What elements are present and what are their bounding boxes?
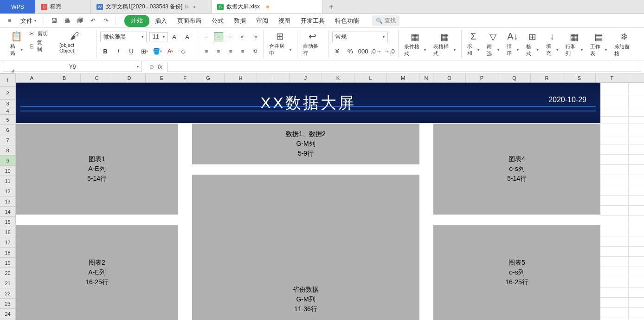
row-header-4[interactable]: 4 — [0, 107, 15, 115]
auto-wrap-button[interactable]: ↩ 自动换行 — [301, 30, 324, 58]
col-header-L[interactable]: L — [354, 73, 387, 82]
table-style-button[interactable]: ▦表格样式▾ — [431, 30, 457, 58]
tab-insert[interactable]: 插入 — [150, 15, 172, 27]
formula-input[interactable] — [167, 62, 641, 72]
col-header-A[interactable]: A — [16, 73, 48, 82]
undo-icon[interactable]: ↶ — [88, 16, 98, 26]
tab-view[interactable]: 视图 — [274, 15, 295, 27]
row-header-23[interactable]: 23 — [0, 299, 15, 309]
font-name-select[interactable]: 微软雅黑▾ — [100, 32, 147, 42]
row-header-22[interactable]: 22 — [0, 288, 15, 299]
col-header-H[interactable]: H — [225, 73, 257, 82]
cut-button[interactable]: ✂剪切 — [28, 30, 54, 37]
align-center-icon[interactable]: ≡ — [214, 46, 223, 56]
search-box[interactable]: 🔍 查找 — [372, 15, 399, 26]
col-header-F[interactable]: F — [178, 73, 192, 82]
format-painter-button[interactable]: 🖌 [object Object] — [58, 30, 92, 54]
merge-center-button[interactable]: ⊞ 合并居中▾ — [267, 30, 293, 58]
align-middle-icon[interactable]: ≡ — [214, 32, 223, 41]
fx-button[interactable]: fx — [158, 63, 162, 70]
col-header-I[interactable]: I — [257, 73, 290, 82]
align-right-icon[interactable]: ≡ — [226, 46, 235, 56]
col-header-D[interactable]: D — [113, 73, 146, 82]
col-header-K[interactable]: K — [322, 73, 354, 82]
row-header-20[interactable]: 20 — [0, 268, 15, 278]
row-header-10[interactable]: 10 — [0, 166, 15, 176]
name-box[interactable]: Y9 ▾ — [3, 62, 142, 72]
indent-inc-icon[interactable]: ⇥ — [250, 32, 259, 41]
underline-button[interactable]: U — [126, 46, 136, 56]
select-all-corner[interactable] — [0, 73, 16, 74]
print-preview-icon[interactable]: 🗐 — [75, 16, 85, 26]
clear-format-button[interactable]: ◇ — [178, 46, 188, 56]
print-icon[interactable]: 🖶 — [62, 16, 72, 26]
dec-dec-button[interactable]: →.0 — [384, 46, 394, 56]
row-header-9[interactable]: 9 — [0, 156, 15, 166]
bold-button[interactable]: B — [100, 46, 110, 56]
row-header-7[interactable]: 7 — [0, 135, 15, 145]
col-header-Q[interactable]: Q — [498, 73, 531, 82]
row-header-19[interactable]: 19 — [0, 258, 15, 268]
tab-formula[interactable]: 公式 — [207, 15, 228, 27]
copy-button[interactable]: ⎘复制 — [28, 39, 46, 53]
border-button[interactable]: ⊞▾ — [139, 46, 149, 56]
align-bottom-icon[interactable]: ≡ — [226, 32, 235, 41]
number-format-select[interactable]: 常规▾ — [332, 32, 388, 42]
fill-button[interactable]: ↓填充▾ — [544, 30, 560, 58]
percent-button[interactable]: % — [345, 46, 355, 56]
format-painter-button[interactable] — [50, 39, 54, 53]
sort-button[interactable]: A↓排序▾ — [505, 30, 521, 58]
col-header-P[interactable]: P — [466, 73, 498, 82]
worksheet-button[interactable]: ▤工作表▾ — [588, 30, 609, 58]
row-header-17[interactable]: 17 — [0, 237, 15, 248]
format-button[interactable]: ⊞格式▾ — [524, 30, 540, 58]
dec-inc-button[interactable]: .0→ — [371, 46, 381, 56]
col-header-J[interactable]: J — [290, 73, 322, 82]
save-icon[interactable]: 🖫 — [49, 16, 59, 26]
row-header-16[interactable]: 16 — [0, 227, 15, 237]
indent-dec-icon[interactable]: ⇤ — [238, 32, 247, 41]
row-header-18[interactable]: 18 — [0, 248, 15, 258]
col-header-N[interactable]: N — [419, 73, 433, 82]
row-header-13[interactable]: 13 — [0, 196, 15, 207]
redo-icon[interactable]: ↷ — [101, 16, 111, 26]
tab-review[interactable]: 审阅 — [251, 15, 273, 27]
tab-dev[interactable]: 开发工具 — [296, 15, 329, 27]
tab-data[interactable]: 数据 — [229, 15, 251, 27]
row-header-3[interactable]: 3 — [0, 100, 15, 107]
col-header-M[interactable]: M — [387, 73, 419, 82]
tab-start[interactable]: 开始 — [124, 15, 149, 27]
justify-icon[interactable]: ≡ — [238, 46, 247, 56]
col-header-O[interactable]: O — [433, 73, 466, 82]
font-size-select[interactable]: 11▾ — [149, 32, 168, 41]
row-header-24[interactable]: 24 — [0, 309, 15, 319]
zoom-icon[interactable]: ⊖ — [149, 64, 154, 70]
col-header-R[interactable]: R — [531, 73, 563, 82]
align-top-icon[interactable]: ≡ — [202, 32, 211, 41]
app-tab[interactable]: WPS — [0, 0, 35, 13]
row-header-2[interactable]: 2 — [0, 87, 15, 100]
sum-button[interactable]: Σ求和▾ — [465, 30, 481, 58]
comma-button[interactable]: 000 — [358, 46, 368, 56]
row-header-14[interactable]: 14 — [0, 207, 15, 217]
col-header-G[interactable]: G — [192, 73, 225, 82]
row-header-5[interactable]: 5 — [0, 115, 15, 125]
col-header-E[interactable]: E — [146, 73, 178, 82]
font-color-button[interactable]: A▾ — [165, 46, 175, 56]
col-header-S[interactable]: S — [563, 73, 596, 82]
file-menu[interactable]: 文件▾ — [18, 17, 39, 25]
doc-tab-xlsx[interactable]: S 数据大屏.xlsx — [212, 0, 323, 13]
grid-body[interactable]: XX数据大屏 2020-10-29 图表1A-E列5-14行数据1、数据2G-M… — [16, 83, 644, 320]
new-tab-button[interactable]: + — [323, 0, 340, 13]
freeze-button[interactable]: ❄冻结窗格 — [612, 30, 636, 58]
row-header-1[interactable]: 1 — [0, 74, 15, 87]
increase-font-icon[interactable]: A⁺ — [171, 32, 181, 42]
row-header-21[interactable]: 21 — [0, 278, 15, 288]
paste-button[interactable]: 📋 粘贴▾ — [8, 30, 25, 58]
col-header-B[interactable]: B — [48, 73, 81, 82]
orientation-icon[interactable]: ⟲ — [250, 46, 259, 56]
tab-special[interactable]: 特色功能 — [330, 15, 364, 27]
currency-button[interactable]: ¥ — [332, 46, 342, 56]
filter-button[interactable]: ▽筛选▾ — [485, 30, 501, 58]
row-header-8[interactable]: 8 — [0, 145, 15, 156]
